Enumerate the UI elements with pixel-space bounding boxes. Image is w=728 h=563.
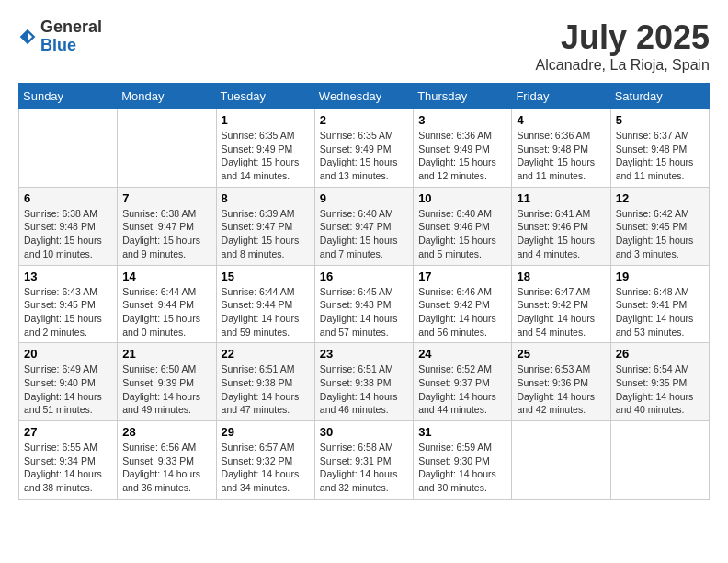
weekday-header: Friday	[512, 84, 610, 109]
day-info: Sunrise: 6:53 AMSunset: 9:36 PMDaylight:…	[517, 362, 605, 417]
day-info: Sunrise: 6:51 AMSunset: 9:38 PMDaylight:…	[222, 362, 310, 417]
day-info: Sunrise: 6:56 AMSunset: 9:33 PMDaylight:…	[122, 441, 210, 495]
weekday-header-row: SundayMondayTuesdayWednesdayThursdayFrid…	[19, 84, 710, 109]
calendar-cell	[19, 109, 118, 188]
calendar-cell: 10Sunrise: 6:40 AMSunset: 9:46 PMDayligh…	[414, 187, 512, 265]
day-number: 5	[616, 113, 704, 127]
calendar-cell: 30Sunrise: 6:58 AMSunset: 9:31 PMDayligh…	[314, 421, 413, 500]
day-info: Sunrise: 6:39 AMSunset: 9:47 PMDaylight:…	[222, 207, 310, 261]
day-info: Sunrise: 6:43 AMSunset: 9:45 PMDaylight:…	[24, 285, 112, 339]
day-number: 22	[222, 347, 310, 361]
day-number: 29	[222, 425, 310, 439]
calendar-cell	[512, 421, 610, 500]
calendar-cell: 18Sunrise: 6:47 AMSunset: 9:42 PMDayligh…	[512, 265, 610, 343]
logo-general: General	[40, 18, 102, 37]
calendar-cell: 12Sunrise: 6:42 AMSunset: 9:45 PMDayligh…	[610, 187, 709, 265]
day-number: 9	[320, 191, 408, 205]
day-info: Sunrise: 6:44 AMSunset: 9:44 PMDaylight:…	[222, 285, 310, 339]
day-number: 27	[24, 425, 112, 439]
weekday-header: Monday	[118, 84, 216, 109]
logo-text: General Blue	[40, 18, 102, 55]
calendar-cell: 5Sunrise: 6:37 AMSunset: 9:48 PMDaylight…	[610, 109, 709, 188]
calendar-cell: 21Sunrise: 6:50 AMSunset: 9:39 PMDayligh…	[118, 343, 216, 421]
calendar-cell: 1Sunrise: 6:35 AMSunset: 9:49 PMDaylight…	[216, 109, 314, 188]
calendar-cell: 23Sunrise: 6:51 AMSunset: 9:38 PMDayligh…	[314, 343, 413, 421]
calendar-cell: 27Sunrise: 6:55 AMSunset: 9:34 PMDayligh…	[19, 421, 118, 500]
calendar-cell: 19Sunrise: 6:48 AMSunset: 9:41 PMDayligh…	[610, 265, 709, 343]
page-header: General Blue July 2025 Alcanadre, La Rio…	[18, 18, 710, 74]
day-number: 24	[418, 347, 506, 361]
day-number: 26	[616, 347, 704, 361]
day-number: 18	[517, 270, 605, 283]
day-info: Sunrise: 6:50 AMSunset: 9:39 PMDaylight:…	[122, 362, 210, 417]
day-info: Sunrise: 6:47 AMSunset: 9:42 PMDaylight:…	[517, 285, 605, 339]
day-number: 6	[24, 191, 112, 205]
day-number: 20	[24, 347, 112, 361]
calendar-cell: 8Sunrise: 6:39 AMSunset: 9:47 PMDaylight…	[216, 187, 314, 265]
day-number: 28	[122, 425, 210, 439]
day-info: Sunrise: 6:52 AMSunset: 9:37 PMDaylight:…	[418, 362, 506, 417]
calendar-week-row: 6Sunrise: 6:38 AMSunset: 9:48 PMDaylight…	[19, 187, 710, 265]
day-info: Sunrise: 6:42 AMSunset: 9:45 PMDaylight:…	[616, 207, 704, 261]
calendar-cell: 29Sunrise: 6:57 AMSunset: 9:32 PMDayligh…	[216, 421, 314, 500]
day-info: Sunrise: 6:57 AMSunset: 9:32 PMDaylight:…	[222, 441, 310, 495]
day-info: Sunrise: 6:38 AMSunset: 9:48 PMDaylight:…	[24, 207, 112, 261]
day-number: 10	[418, 191, 506, 205]
day-number: 3	[418, 113, 506, 127]
day-info: Sunrise: 6:46 AMSunset: 9:42 PMDaylight:…	[418, 285, 506, 339]
calendar-cell: 16Sunrise: 6:45 AMSunset: 9:43 PMDayligh…	[314, 265, 413, 343]
calendar-cell: 25Sunrise: 6:53 AMSunset: 9:36 PMDayligh…	[512, 343, 610, 421]
day-info: Sunrise: 6:45 AMSunset: 9:43 PMDaylight:…	[320, 285, 408, 339]
logo-blue: Blue	[40, 37, 102, 55]
day-info: Sunrise: 6:59 AMSunset: 9:30 PMDaylight:…	[418, 441, 506, 495]
day-info: Sunrise: 6:54 AMSunset: 9:35 PMDaylight:…	[616, 362, 704, 417]
day-number: 17	[418, 270, 506, 283]
day-info: Sunrise: 6:40 AMSunset: 9:46 PMDaylight:…	[418, 207, 506, 261]
month-title: July 2025	[536, 18, 710, 57]
day-info: Sunrise: 6:36 AMSunset: 9:48 PMDaylight:…	[517, 129, 605, 183]
day-number: 1	[222, 113, 310, 127]
calendar-cell: 26Sunrise: 6:54 AMSunset: 9:35 PMDayligh…	[610, 343, 709, 421]
calendar-cell: 3Sunrise: 6:36 AMSunset: 9:49 PMDaylight…	[414, 109, 512, 188]
calendar-cell: 11Sunrise: 6:41 AMSunset: 9:46 PMDayligh…	[512, 187, 610, 265]
calendar-cell: 2Sunrise: 6:35 AMSunset: 9:49 PMDaylight…	[314, 109, 413, 188]
day-number: 14	[122, 270, 210, 283]
day-number: 15	[222, 270, 310, 283]
day-info: Sunrise: 6:36 AMSunset: 9:49 PMDaylight:…	[418, 129, 506, 183]
day-number: 31	[418, 425, 506, 439]
calendar-cell: 20Sunrise: 6:49 AMSunset: 9:40 PMDayligh…	[19, 343, 118, 421]
calendar-cell: 7Sunrise: 6:38 AMSunset: 9:47 PMDaylight…	[118, 187, 216, 265]
calendar-cell: 15Sunrise: 6:44 AMSunset: 9:44 PMDayligh…	[216, 265, 314, 343]
calendar-week-row: 13Sunrise: 6:43 AMSunset: 9:45 PMDayligh…	[19, 265, 710, 343]
calendar-cell: 13Sunrise: 6:43 AMSunset: 9:45 PMDayligh…	[19, 265, 118, 343]
day-number: 21	[122, 347, 210, 361]
day-number: 30	[320, 425, 408, 439]
day-number: 25	[517, 347, 605, 361]
calendar-cell: 6Sunrise: 6:38 AMSunset: 9:48 PMDaylight…	[19, 187, 118, 265]
weekday-header: Sunday	[19, 84, 118, 109]
calendar-week-row: 27Sunrise: 6:55 AMSunset: 9:34 PMDayligh…	[19, 421, 710, 500]
day-number: 2	[320, 113, 408, 127]
day-info: Sunrise: 6:49 AMSunset: 9:40 PMDaylight:…	[24, 362, 112, 417]
logo: General Blue	[18, 18, 102, 55]
calendar-cell: 4Sunrise: 6:36 AMSunset: 9:48 PMDaylight…	[512, 109, 610, 188]
day-number: 7	[122, 191, 210, 205]
weekday-header: Thursday	[414, 84, 512, 109]
weekday-header: Tuesday	[216, 84, 314, 109]
calendar-cell: 22Sunrise: 6:51 AMSunset: 9:38 PMDayligh…	[216, 343, 314, 421]
calendar-cell: 17Sunrise: 6:46 AMSunset: 9:42 PMDayligh…	[414, 265, 512, 343]
calendar-cell: 14Sunrise: 6:44 AMSunset: 9:44 PMDayligh…	[118, 265, 216, 343]
calendar-cell: 24Sunrise: 6:52 AMSunset: 9:37 PMDayligh…	[414, 343, 512, 421]
day-number: 23	[320, 347, 408, 361]
calendar-cell: 28Sunrise: 6:56 AMSunset: 9:33 PMDayligh…	[118, 421, 216, 500]
day-number: 12	[616, 191, 704, 205]
day-info: Sunrise: 6:37 AMSunset: 9:48 PMDaylight:…	[616, 129, 704, 183]
day-number: 13	[24, 270, 112, 283]
weekday-header: Wednesday	[314, 84, 413, 109]
day-number: 8	[222, 191, 310, 205]
day-info: Sunrise: 6:40 AMSunset: 9:47 PMDaylight:…	[320, 207, 408, 261]
day-number: 16	[320, 270, 408, 283]
weekday-header: Saturday	[610, 84, 709, 109]
calendar-cell: 31Sunrise: 6:59 AMSunset: 9:30 PMDayligh…	[414, 421, 512, 500]
day-info: Sunrise: 6:58 AMSunset: 9:31 PMDaylight:…	[320, 441, 408, 495]
